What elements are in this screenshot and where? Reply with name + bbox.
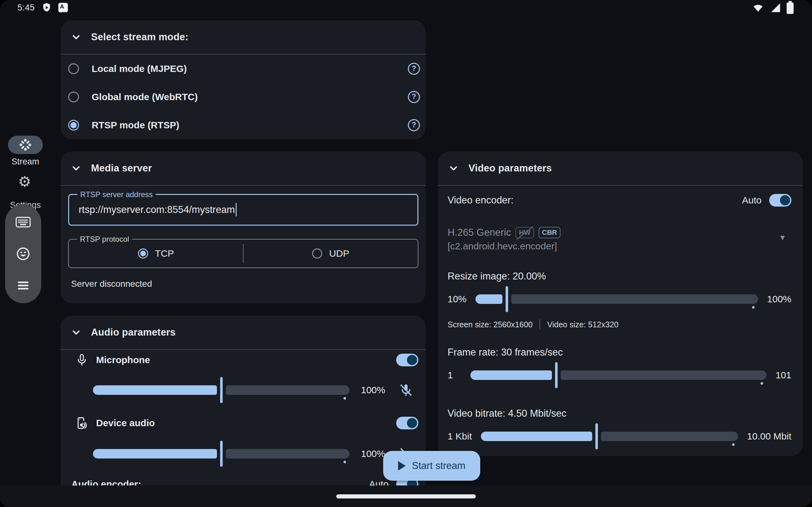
framerate-min-label: 1 xyxy=(448,370,461,381)
radio-global-webrtc[interactable] xyxy=(68,92,79,102)
resize-slider[interactable] xyxy=(475,286,758,312)
stream-mode-title: Select stream mode: xyxy=(91,32,189,43)
battery-icon xyxy=(786,3,794,14)
chevron-down-icon xyxy=(70,162,82,174)
framerate-label: Frame rate: 30 frames/sec xyxy=(448,347,563,358)
help-global-button[interactable]: ? xyxy=(408,91,420,103)
bitrate-max-label: 10.00 Mbit xyxy=(747,431,792,442)
slider-handle[interactable] xyxy=(506,286,508,312)
divider xyxy=(438,185,803,186)
framerate-slider-row: 1 101 xyxy=(438,360,803,390)
size-info-row: Screen size: 2560x1600 Video size: 512x3… xyxy=(438,319,803,330)
audio-parameters-header[interactable]: Audio parameters xyxy=(61,316,426,349)
wifi-icon xyxy=(752,2,764,13)
video-encoder-row: Video encoder: Auto xyxy=(438,190,803,210)
emoji-button[interactable] xyxy=(15,246,31,262)
radio-local-mjpeg[interactable] xyxy=(68,63,79,74)
start-stream-label: Start stream xyxy=(412,460,466,471)
microphone-toggle[interactable] xyxy=(396,354,418,366)
video-parameters-header[interactable]: Video parameters xyxy=(438,152,803,185)
stream-active-pill xyxy=(8,135,43,154)
screen-size-text: Screen size: 2560x1600 xyxy=(448,320,532,329)
app-notification-icon: A... xyxy=(58,3,68,12)
rtsp-address-field[interactable]: RTSP server address rtsp://myserver.com:… xyxy=(68,194,418,226)
server-status-text: Server disconnected xyxy=(71,279,152,289)
emoji-icon xyxy=(16,246,31,261)
cellular-signal-icon xyxy=(769,2,781,14)
device-audio-volume-slider[interactable] xyxy=(93,441,350,467)
mode-option-global[interactable]: Global mode (WebRTC) ? xyxy=(61,83,426,111)
stream-mode-header[interactable]: Select stream mode: xyxy=(61,20,426,54)
gear-icon: ⚙ xyxy=(18,174,31,189)
sidebar-item-stream[interactable]: Stream xyxy=(8,135,43,167)
media-server-card: Media server RTSP server address rtsp://… xyxy=(61,152,426,303)
start-stream-button[interactable]: Start stream xyxy=(383,451,480,481)
device-audio-volume-row: 100% xyxy=(61,435,426,473)
resize-min-label: 10% xyxy=(448,294,467,304)
play-icon xyxy=(398,461,406,470)
device-audio-icon xyxy=(75,416,89,430)
framerate-slider[interactable] xyxy=(470,362,767,388)
keyboard-icon xyxy=(15,216,31,228)
video-size-text: Video size: 512x320 xyxy=(547,320,618,329)
bitrate-label: Video bitrate: 4.50 Mbit/sec xyxy=(448,408,566,419)
video-parameters-card: Video parameters Video encoder: Auto H.2… xyxy=(438,152,803,456)
media-server-title: Media server xyxy=(91,163,152,174)
resize-label-row: Resize image: 20.00% xyxy=(438,269,803,283)
chevron-down-icon xyxy=(448,162,460,174)
stream-icon xyxy=(17,136,34,153)
video-encoder-auto-toggle[interactable] xyxy=(769,194,792,207)
chevron-down-icon xyxy=(70,326,82,338)
microphone-volume-value: 100% xyxy=(361,385,388,395)
navigation-bar xyxy=(0,486,812,507)
microphone-volume-row: 100% xyxy=(61,371,426,409)
framerate-label-row: Frame rate: 30 frames/sec xyxy=(438,345,803,359)
mode-option-local[interactable]: Local mode (MJPEG) ? xyxy=(61,55,426,83)
encoder-codec-id: [c2.android.hevc.encoder] xyxy=(448,241,557,251)
gesture-pill[interactable] xyxy=(336,494,476,498)
resize-image-label: Resize image: 20.00% xyxy=(448,271,546,282)
hw-badge: HW xyxy=(515,227,534,238)
clock: 5:45 xyxy=(17,3,35,13)
help-local-button[interactable]: ? xyxy=(408,63,420,75)
app-screen: 5:45 A... Stream ⚙ Settings xyxy=(0,0,812,507)
microphone-row: Microphone xyxy=(61,350,426,370)
framerate-max-label: 101 xyxy=(775,370,792,381)
device-audio-toggle[interactable] xyxy=(396,417,418,429)
slider-handle[interactable] xyxy=(220,441,223,467)
chevron-down-icon xyxy=(70,31,82,43)
slider-handle[interactable] xyxy=(595,424,598,449)
resize-max-label: 100% xyxy=(767,294,792,304)
menu-button[interactable] xyxy=(15,278,31,293)
radio-udp[interactable] xyxy=(312,248,322,259)
bitrate-label-row: Video bitrate: 4.50 Mbit/sec xyxy=(438,406,803,420)
microphone-mute-button[interactable] xyxy=(399,383,413,397)
video-encoder-auto-label: Auto xyxy=(742,195,762,206)
device-audio-label: Device audio xyxy=(96,418,155,429)
mode-option-rtsp[interactable]: RTSP mode (RTSP) ? xyxy=(61,111,426,139)
sidebar-item-settings[interactable]: ⚙ xyxy=(18,174,31,189)
bitrate-slider[interactable] xyxy=(481,424,738,449)
encoder-dropdown-caret-icon[interactable]: ▼ xyxy=(779,233,786,242)
microphone-volume-slider[interactable] xyxy=(93,377,350,403)
protocol-option-udp[interactable]: UDP xyxy=(244,239,418,268)
shield-play-notification-icon xyxy=(41,2,52,13)
mic-off-icon xyxy=(399,383,413,397)
audio-parameters-card: Audio parameters Microphone 100% xyxy=(61,316,426,499)
rtsp-address-label: RTSP server address xyxy=(78,190,156,199)
divider xyxy=(540,320,540,330)
slider-handle[interactable] xyxy=(220,377,223,403)
cbr-badge: CBR xyxy=(539,227,561,238)
media-server-header[interactable]: Media server xyxy=(61,152,426,185)
protocol-option-tcp[interactable]: TCP xyxy=(69,239,243,268)
encoder-name: H.265 Generic xyxy=(448,227,511,238)
video-encoder-selector[interactable]: H.265 Generic HW CBR [c2.android.hevc.en… xyxy=(438,222,803,257)
device-audio-row: Device audio xyxy=(61,413,426,433)
help-rtsp-button[interactable]: ? xyxy=(408,119,420,131)
hamburger-menu-icon xyxy=(17,281,30,290)
radio-tcp[interactable] xyxy=(138,248,148,259)
divider xyxy=(61,185,426,186)
keyboard-button[interactable] xyxy=(15,215,31,230)
radio-rtsp[interactable] xyxy=(68,120,79,130)
slider-handle[interactable] xyxy=(555,362,558,388)
